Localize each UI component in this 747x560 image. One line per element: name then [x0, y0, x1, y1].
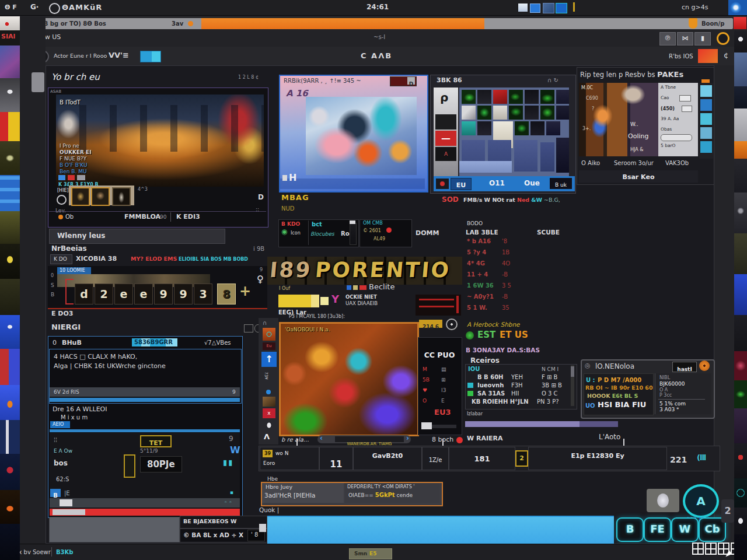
rail-button-5[interactable]: [700, 141, 712, 153]
boch-rec-dot[interactable]: [456, 437, 463, 443]
anime-collage-image[interactable]: [306, 97, 417, 175]
grid-thumbnail-tile[interactable]: [459, 161, 512, 173]
chat-title-chip[interactable]: 5836B9GRR: [132, 338, 177, 346]
rail-button-2[interactable]: [700, 99, 712, 111]
cv-rail-swirl-icon[interactable]: [263, 328, 275, 341]
left-strip-thumbnail[interactable]: [0, 279, 20, 315]
mini-thumb-1[interactable]: [71, 187, 90, 206]
buk-chip[interactable]: B uk: [550, 178, 572, 189]
table-row[interactable]: KB ROIEHH H°JLN: [472, 398, 529, 405]
o11-button[interactable]: O11: [489, 180, 505, 188]
form-field[interactable]: (450): [661, 106, 675, 111]
left-strip-thumbnail[interactable]: [0, 46, 20, 78]
mini-thumb-2[interactable]: [91, 187, 110, 206]
right-strip-thumbnail[interactable]: [734, 159, 747, 192]
right-strip-thumbnail[interactable]: [734, 52, 747, 86]
add-frame-button[interactable]: +: [239, 284, 251, 300]
right-strip-thumbnail[interactable]: [734, 108, 747, 141]
play-circle-icon[interactable]: [57, 195, 67, 205]
fmmbloa-tab[interactable]: FMMBLOA: [124, 214, 160, 221]
grid-thumbnail-tile[interactable]: [462, 106, 476, 120]
cv-row-r[interactable]: I3: [441, 387, 446, 393]
grid-thumbnail-tile[interactable]: [477, 90, 491, 104]
cv-left-arrow[interactable]: ‹: [320, 435, 323, 443]
rail-tile-dark[interactable]: [435, 114, 456, 130]
left-strip-thumbnail[interactable]: [0, 385, 20, 420]
eu-button[interactable]: EU: [451, 178, 472, 190]
settings-opt-2[interactable]: Seroom 3o/ur: [614, 160, 654, 167]
status-mid-box[interactable]: Smn E5: [349, 548, 392, 559]
w-icon[interactable]: W: [230, 445, 240, 456]
purple-progress-bar[interactable]: [465, 421, 618, 427]
status-b3kb[interactable]: B3Kb: [56, 549, 74, 556]
d-button[interactable]: D: [258, 194, 264, 202]
kdo-chip[interactable]: K DO: [50, 254, 72, 264]
cyan-bottom-bar[interactable]: [267, 516, 614, 544]
oue-button[interactable]: Oue: [524, 180, 540, 188]
menu-items[interactable]: Θ F: [5, 4, 17, 12]
grid-thumbnail-tile[interactable]: [530, 121, 544, 135]
form-input-1[interactable]: [679, 95, 691, 102]
left-strip-thumbnail[interactable]: [0, 315, 20, 349]
level-thumb[interactable]: [53, 509, 85, 515]
menu-g-icon[interactable]: G·: [30, 4, 39, 12]
network-logo-icon[interactable]: [728, 0, 747, 15]
left-strip-thumbnail[interactable]: [0, 211, 20, 244]
grid-thumbnail-tile[interactable]: [509, 106, 523, 120]
timeline-segment-1[interactable]: 11: [319, 447, 353, 470]
grid-tools[interactable]: ∩ ↻: [547, 77, 558, 84]
form-field[interactable]: Obas: [661, 127, 672, 132]
cv-scrollbar-thumb[interactable]: WANEIRDB.AR: TIAMG: [335, 436, 404, 442]
yellow-slider-handle[interactable]: [124, 454, 135, 478]
grid-thumbnail-tile[interactable]: [493, 90, 507, 104]
mini-thumb-3[interactable]: [112, 187, 131, 206]
table-row[interactable]: Iueovnh: [477, 382, 504, 389]
gradient-swatch[interactable]: [698, 49, 718, 63]
right-strip-thumbnail[interactable]: [734, 478, 747, 508]
right-strip-thumbnail[interactable]: [734, 274, 747, 315]
bar3-button-2[interactable]: ⋈: [677, 32, 693, 46]
widget-slider[interactable]: [350, 223, 357, 245]
frame-tile-selected[interactable]: 8: [217, 284, 236, 304]
timeline-marker-2[interactable]: 2: [515, 450, 528, 467]
right-strip-thumbnail[interactable]: [734, 315, 747, 351]
right-strip-thumbnail[interactable]: [734, 233, 747, 274]
female-icon[interactable]: ♀: [257, 274, 264, 285]
timeline-tick[interactable]: [623, 439, 624, 446]
rail-button-1[interactable]: [700, 85, 712, 97]
table-row[interactable]: SA 31AS: [477, 390, 505, 397]
grid-thumbnail-tile[interactable]: [477, 106, 491, 120]
form-input-2[interactable]: [682, 106, 692, 112]
frame-tile[interactable]: e: [134, 284, 153, 304]
left-strip-thumbnail[interactable]: [0, 244, 20, 279]
overlay-icon-row-1[interactable]: [58, 175, 85, 180]
left-strip-thumbnail[interactable]: [0, 490, 20, 524]
table-scroll-thumb[interactable]: [571, 366, 574, 377]
orange-swirl-icon[interactable]: [699, 360, 710, 371]
person-icon[interactable]: ρ: [440, 91, 448, 104]
rail-tile-red[interactable]: —: [435, 131, 456, 146]
form-select[interactable]: [661, 134, 692, 141]
grid-thumbnail-tile[interactable]: [462, 121, 476, 135]
target-icon[interactable]: [717, 32, 729, 45]
game-video[interactable]: [279, 322, 419, 436]
cv-row-l[interactable]: ♥: [423, 387, 427, 393]
cv-row-r[interactable]: ▤: [441, 366, 446, 372]
cv-row-l[interactable]: O: [423, 398, 427, 404]
yellow-progress[interactable]: [278, 295, 319, 307]
cv-rail-photo[interactable]: [263, 397, 275, 407]
hast-button[interactable]: hastI: [672, 362, 697, 372]
tray-icon-4[interactable]: [556, 3, 567, 13]
grid-thumbnail-tile[interactable]: [462, 90, 476, 104]
grid-thumbnail-tile[interactable]: [477, 121, 491, 135]
dock-icon-fe[interactable]: FE: [644, 517, 671, 542]
grid-thumbnail-tile[interactable]: [525, 106, 539, 120]
cv-row-l[interactable]: 5B: [423, 377, 430, 383]
right-strip-thumbnail[interactable]: [734, 141, 747, 159]
toolbar-glyph[interactable]: VV'≡: [109, 51, 129, 60]
kedi-tab[interactable]: K EDI3: [176, 214, 200, 221]
timeline-segment-6[interactable]: E1p E12830 Ey: [528, 447, 667, 470]
mini-filmstrip[interactable]: [69, 186, 134, 205]
cv-row-r[interactable]: ⊞: [441, 377, 446, 383]
widget-slider-cap[interactable]: [350, 220, 355, 224]
